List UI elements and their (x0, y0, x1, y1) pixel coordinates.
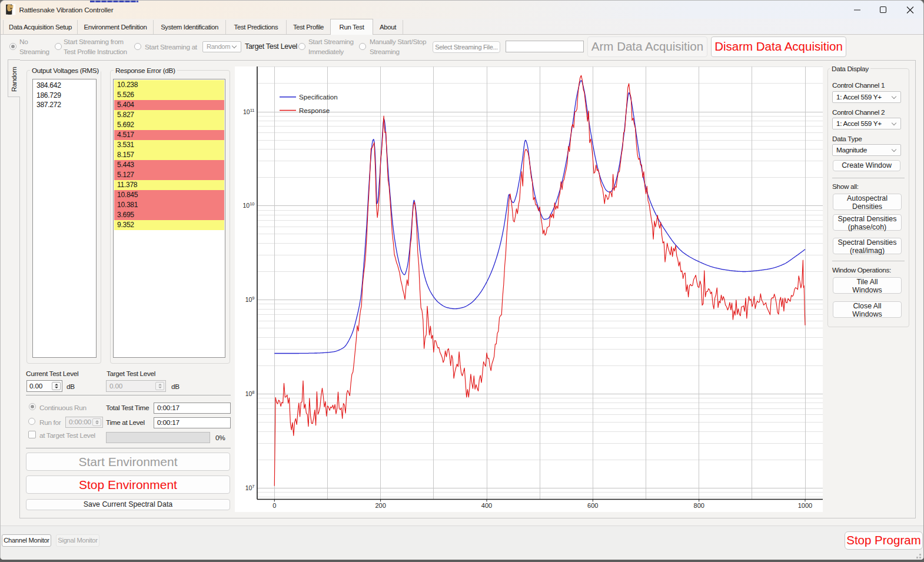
svg-text:0: 0 (272, 502, 276, 509)
svg-text:109: 109 (245, 295, 255, 303)
svg-text:108: 108 (245, 390, 255, 397)
svg-text:600: 600 (587, 502, 598, 509)
svg-text:Response: Response (299, 107, 330, 114)
svg-text:1011: 1011 (243, 108, 254, 115)
svg-text:Specification: Specification (299, 93, 338, 101)
svg-text:107: 107 (245, 484, 255, 491)
svg-text:200: 200 (375, 502, 385, 509)
svg-text:800: 800 (694, 502, 704, 509)
svg-text:1010: 1010 (242, 201, 254, 209)
svg-text:400: 400 (481, 502, 492, 509)
svg-text:1000: 1000 (798, 502, 812, 509)
